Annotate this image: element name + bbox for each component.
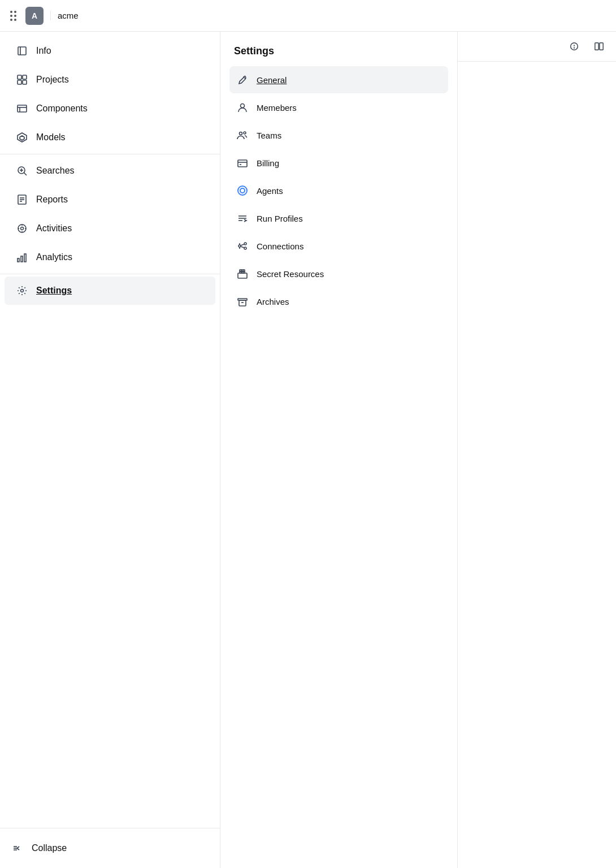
right-panel-toolbar (458, 32, 616, 62)
panel-icon-btn-2[interactable] (589, 36, 609, 57)
sidebar-item-components-label: Components (36, 103, 88, 114)
reports-icon (16, 193, 28, 206)
settings-general-label: General (257, 75, 287, 85)
settings-billing-label: Billing (257, 158, 279, 168)
teams-icon (236, 129, 249, 141)
svg-point-43 (244, 243, 246, 245)
svg-rect-0 (18, 47, 26, 55)
models-icon (16, 131, 28, 144)
svg-point-20 (21, 227, 24, 230)
settings-item-general[interactable]: General (229, 66, 448, 93)
avatar[interactable]: A (25, 7, 44, 25)
members-icon (236, 101, 249, 114)
main-layout: Info Projects (0, 32, 616, 868)
svg-rect-49 (238, 273, 247, 278)
archives-icon (236, 295, 249, 308)
svg-rect-3 (23, 75, 27, 79)
sidebar: Info Projects (0, 32, 220, 868)
settings-panel: Settings General Memebers (220, 32, 458, 868)
settings-members-label: Memebers (257, 103, 297, 113)
sidebar-item-projects-label: Projects (36, 75, 69, 85)
svg-point-44 (244, 247, 246, 249)
settings-item-connections[interactable]: Connections (229, 232, 448, 260)
panel-icon-btn-1[interactable] (564, 36, 584, 57)
sidebar-item-projects[interactable]: Projects (5, 66, 215, 94)
sidebar-item-models[interactable]: Models (5, 123, 215, 152)
run-profiles-icon (236, 212, 249, 224)
svg-point-34 (240, 132, 242, 135)
svg-rect-36 (238, 160, 247, 167)
svg-rect-27 (24, 254, 26, 262)
sidebar-item-analytics[interactable]: Analytics (5, 243, 215, 271)
divider-1 (0, 154, 220, 154)
agents-icon (236, 184, 249, 197)
svg-marker-10 (20, 136, 24, 140)
sidebar-item-searches-label: Searches (36, 166, 75, 176)
sidebar-item-reports-label: Reports (36, 195, 68, 205)
svg-line-45 (241, 244, 244, 245)
sidebar-item-settings[interactable]: Settings (5, 277, 215, 305)
svg-point-42 (238, 245, 241, 247)
svg-rect-2 (18, 75, 21, 79)
searches-icon (16, 165, 28, 177)
sidebar-item-settings-label: Settings (36, 286, 72, 296)
settings-item-secret-resources[interactable]: Secret Resources (229, 260, 448, 287)
sidebar-item-analytics-label: Analytics (36, 252, 72, 262)
info-icon (16, 45, 28, 57)
sidebar-item-reports[interactable]: Reports (5, 185, 215, 214)
settings-run-profiles-label: Run Profiles (257, 214, 303, 223)
sidebar-nav: Info Projects (0, 32, 220, 828)
svg-rect-62 (600, 43, 603, 50)
components-icon (16, 102, 28, 115)
svg-point-28 (21, 290, 24, 292)
settings-item-run-profiles[interactable]: Run Profiles (229, 205, 448, 232)
settings-item-billing[interactable]: Billing (229, 149, 448, 176)
topbar: A acme (0, 0, 616, 32)
settings-item-agents[interactable]: Agents (229, 177, 448, 204)
svg-point-19 (18, 224, 26, 232)
activities-icon (16, 222, 28, 235)
right-panel (458, 32, 616, 868)
divider-2 (0, 274, 220, 274)
connections-icon (236, 240, 249, 252)
svg-rect-5 (23, 80, 27, 84)
wrench-icon (236, 74, 249, 86)
svg-rect-55 (243, 271, 245, 273)
settings-teams-label: Teams (257, 131, 281, 140)
settings-item-teams[interactable]: Teams (229, 122, 448, 149)
sidebar-item-searches[interactable]: Searches (5, 157, 215, 185)
collapse-icon (11, 842, 24, 854)
projects-icon (16, 74, 28, 86)
svg-rect-4 (18, 80, 21, 84)
sidebar-item-activities-label: Activities (36, 223, 72, 234)
svg-rect-6 (18, 105, 27, 112)
svg-point-35 (244, 132, 246, 134)
svg-point-60 (574, 47, 575, 48)
sidebar-item-info-label: Info (36, 46, 51, 56)
secret-resources-icon (236, 267, 249, 280)
analytics-icon (16, 251, 28, 264)
svg-rect-61 (595, 43, 598, 50)
svg-rect-25 (18, 258, 19, 262)
svg-line-46 (241, 247, 244, 248)
svg-rect-57 (239, 300, 246, 306)
workspace-name: acme (50, 11, 79, 20)
settings-item-members[interactable]: Memebers (229, 94, 448, 121)
sidebar-item-activities[interactable]: Activities (5, 214, 215, 243)
collapse-label: Collapse (32, 843, 67, 853)
settings-secret-resources-label: Secret Resources (257, 269, 324, 279)
settings-item-archives[interactable]: Archives (229, 288, 448, 315)
collapse-button[interactable]: Collapse (11, 836, 209, 860)
sidebar-bottom: Collapse (0, 828, 220, 868)
settings-agents-label: Agents (257, 186, 283, 196)
svg-line-32 (244, 77, 245, 79)
settings-connections-label: Connections (257, 241, 303, 251)
sidebar-item-components[interactable]: Components (5, 94, 215, 123)
billing-icon (236, 157, 249, 169)
settings-title: Settings (229, 43, 448, 59)
svg-rect-26 (21, 256, 23, 262)
menu-dots-icon[interactable] (7, 7, 20, 24)
svg-line-12 (24, 173, 27, 176)
settings-archives-label: Archives (257, 297, 289, 306)
sidebar-item-info[interactable]: Info (5, 37, 215, 65)
